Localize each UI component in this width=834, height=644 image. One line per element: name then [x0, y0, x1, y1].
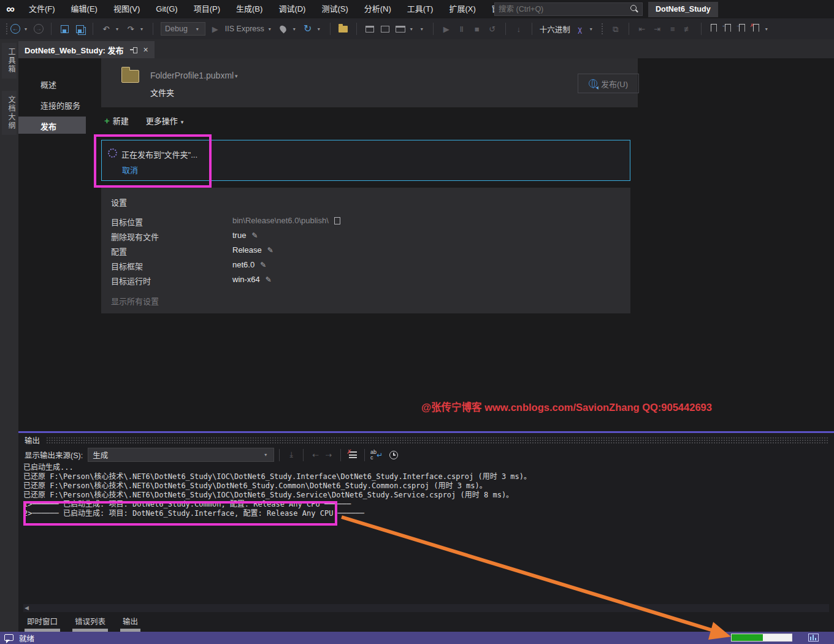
publish-document-tab[interactable]: DotNet6_Web_Study: 发布 × [18, 41, 155, 58]
stop-icon[interactable]: ■ [472, 23, 483, 34]
next-message-icon[interactable]: ⇢ [322, 449, 335, 461]
diagnostics-icon[interactable]: χ [575, 23, 586, 34]
build-progress-bar [731, 634, 792, 642]
nav-connected-services[interactable]: 连接的服务 [40, 99, 80, 111]
navigate-forward-icon[interactable]: → [34, 24, 44, 34]
tab-output[interactable]: 输出 [119, 613, 142, 629]
menu-extensions[interactable]: 扩展(X) [441, 0, 483, 18]
goto-message-icon[interactable]: ⤓ [285, 449, 298, 461]
tab-error-list[interactable]: 错误列表 [71, 613, 109, 629]
nav-publish-selected[interactable]: 发布 [18, 117, 86, 134]
search-input[interactable] [495, 5, 629, 13]
menu-file[interactable]: 文件(F) [21, 0, 63, 18]
edit-target-framework-icon[interactable]: ✎ [260, 261, 266, 269]
menu-debug[interactable]: 调试(D) [270, 0, 313, 18]
close-tab-icon[interactable]: × [143, 45, 148, 55]
new-profile-button[interactable]: +新建 [104, 115, 129, 126]
edit-target-runtime-icon[interactable]: ✎ [266, 275, 272, 284]
undo-caret-icon[interactable]: ▾ [116, 26, 121, 32]
step-down-icon[interactable]: ↓ [513, 23, 524, 34]
window-caret-icon[interactable]: ▾ [410, 26, 415, 32]
menu-git[interactable]: Git(G) [148, 0, 185, 18]
build-progress-fill [732, 634, 763, 641]
publish-button[interactable]: 发布(U) [578, 74, 639, 93]
panel-drag-grip[interactable] [46, 437, 828, 444]
clone-code-icon[interactable]: ⧉ [610, 23, 621, 34]
clear-bookmarks-icon[interactable]: ✗ [751, 24, 761, 34]
start-debug-icon[interactable]: ▶ [210, 23, 221, 34]
toolbox-side-tab[interactable]: 工具箱 [2, 43, 17, 79]
save-all-icon[interactable] [74, 23, 85, 34]
restart-debug-icon[interactable]: ↺ [487, 23, 498, 34]
edit-delete-existing-icon[interactable]: ✎ [251, 231, 258, 240]
settings-panel: 设置 目标位置 bin\Release\net6.0\publish\ 删除现有… [101, 188, 630, 313]
run-target-label[interactable]: IIS Express [225, 25, 264, 33]
previous-message-icon[interactable]: ⇠ [308, 449, 322, 461]
undo-icon[interactable]: ↶ [101, 23, 112, 34]
save-icon[interactable] [59, 23, 70, 34]
menu-tools[interactable]: 工具(T) [399, 0, 442, 18]
status-bar: 就绪 [0, 632, 834, 644]
find-in-files-icon[interactable] [338, 23, 349, 34]
continue-icon[interactable]: ▶ [441, 23, 452, 34]
show-all-settings-link[interactable]: 显示所有设置 [111, 295, 159, 307]
tab-immediate-window[interactable]: 即时窗口 [23, 613, 61, 629]
setting-label-target-location: 目标位置 [111, 216, 143, 228]
toolbar-grip-2[interactable] [602, 23, 603, 34]
menu-test[interactable]: 测试(S) [313, 0, 356, 18]
profile-name[interactable]: FolderProfile1.pubxml [150, 71, 234, 80]
timestamp-icon[interactable] [387, 449, 400, 461]
output-line: 已还原 F:\Person\核心技术\.NET6\DotNet6_Study\D… [23, 481, 829, 491]
pin-tab-icon[interactable] [130, 46, 137, 53]
restart-app-icon[interactable]: ↻ [302, 23, 313, 34]
output-source-select[interactable]: 生成 ▾ [88, 448, 274, 462]
output-log[interactable]: 已启动生成... 已还原 F:\Person\核心技术\.NET6\DotNet… [23, 463, 829, 604]
restart-caret-icon[interactable]: ▾ [318, 26, 323, 32]
hex-display-toggle[interactable]: 十六进制 [540, 23, 570, 35]
menu-edit[interactable]: 编辑(E) [63, 0, 105, 18]
bookmark-overflow-icon[interactable]: ▾ [765, 26, 770, 32]
new-window-icon[interactable] [380, 23, 391, 34]
visual-studio-logo-icon: ∞ [0, 0, 21, 18]
more-actions-caret-icon: ▾ [181, 119, 184, 125]
quick-search-box[interactable] [494, 2, 643, 16]
run-target-caret-icon[interactable]: ▾ [269, 26, 274, 32]
profile-caret-icon[interactable]: ▾ [235, 73, 238, 79]
menu-view[interactable]: 视图(V) [105, 0, 148, 18]
build-activity-icon[interactable] [808, 634, 819, 642]
more-actions-button[interactable]: 更多操作▾ [146, 115, 184, 126]
copy-path-icon[interactable] [334, 217, 340, 224]
output-horizontal-scrollbar[interactable]: ◀ [23, 604, 829, 612]
clear-all-icon[interactable]: ✗ [346, 449, 359, 461]
toolbar-overflow-icon[interactable]: ▾ [421, 26, 426, 32]
word-wrap-icon[interactable]: abc↵ [370, 449, 383, 461]
menu-project[interactable]: 项目(P) [186, 0, 228, 18]
increase-indent-icon[interactable]: ⇥ [652, 23, 663, 34]
previous-bookmark-icon[interactable]: ← [723, 24, 733, 34]
toolbar-grip[interactable] [6, 23, 8, 34]
comment-icon[interactable]: ≡ [667, 23, 678, 34]
uncomment-icon[interactable]: ≢ [683, 23, 694, 34]
cancel-publish-link[interactable]: 取消 [122, 164, 138, 175]
next-bookmark-icon[interactable]: → [737, 24, 747, 34]
scroll-left-arrow-icon[interactable]: ◀ [25, 605, 29, 611]
redo-icon[interactable]: ↷ [125, 23, 136, 34]
navigate-back-icon[interactable]: ← [10, 24, 20, 34]
hex-overflow-icon[interactable]: ▾ [590, 26, 595, 32]
document-outline-side-tab[interactable]: 文档大纲 [2, 91, 17, 135]
toggle-bookmark-icon[interactable] [709, 24, 719, 34]
solution-explorer-icon[interactable] [364, 23, 375, 34]
hot-reload-caret-icon[interactable]: ▾ [293, 26, 298, 32]
redo-caret-icon[interactable]: ▾ [140, 26, 145, 32]
solution-config-select[interactable]: Debug▾ [161, 22, 205, 36]
pause-icon[interactable]: Ⅱ [456, 23, 467, 34]
nav-overview[interactable]: 概述 [40, 79, 56, 90]
menu-analyze[interactable]: 分析(N) [356, 0, 399, 18]
menu-build[interactable]: 生成(B) [228, 0, 270, 18]
decrease-indent-icon[interactable]: ⇤ [637, 23, 648, 34]
command-window-icon[interactable] [395, 23, 406, 34]
back-dropdown-caret-icon[interactable]: ▾ [25, 26, 29, 32]
edit-configuration-icon[interactable]: ✎ [267, 246, 274, 255]
feedback-icon[interactable] [4, 634, 13, 641]
hot-reload-icon[interactable] [278, 23, 289, 34]
